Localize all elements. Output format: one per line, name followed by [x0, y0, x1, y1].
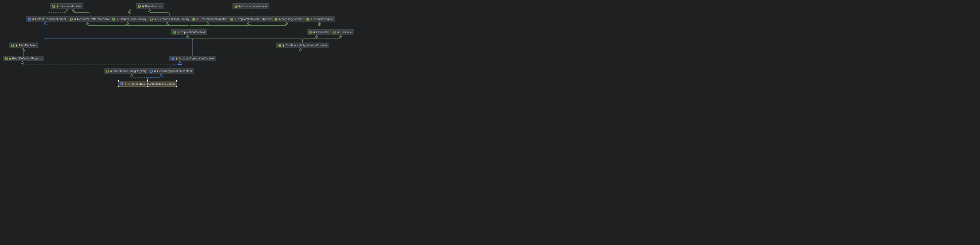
type-node-ResourceLoader[interactable]: I🔒ResourceLoader — [50, 3, 83, 9]
edge — [45, 22, 193, 55]
selection-handle[interactable] — [147, 86, 148, 87]
class-icon: C — [150, 70, 153, 73]
edge — [150, 9, 170, 16]
type-node-AliasRegistry[interactable]: I🔒AliasRegistry — [9, 43, 38, 48]
type-node-ListableBeanFactory[interactable]: I🔒ListableBeanFactory — [110, 16, 148, 22]
type-label: ApplicationEventPublisher — [238, 17, 272, 21]
type-label: EnvironmentCapable — [200, 17, 227, 21]
edge — [303, 35, 340, 43]
edge — [318, 22, 320, 29]
type-label: MessageSource — [282, 17, 303, 21]
type-node-GenericApplicationContext[interactable]: C🔒GenericApplicationContext — [148, 68, 194, 74]
type-node-AbstractApplicationContext[interactable]: C🔒AbstractApplicationContext — [169, 55, 216, 61]
type-node-BeanDefinitionRegistry[interactable]: I🔒BeanDefinitionRegistry — [3, 55, 44, 61]
interface-icon: I — [52, 5, 55, 8]
type-label: FunctionalInterface — [242, 5, 267, 8]
lock-icon: 🔒 — [234, 18, 237, 20]
lock-icon: 🔒 — [313, 31, 315, 33]
selection-handle[interactable] — [147, 80, 148, 82]
class-icon: C — [171, 57, 175, 60]
lock-icon: 🔒 — [282, 44, 285, 47]
edge — [129, 9, 131, 16]
interface-icon: I — [192, 17, 196, 21]
interface-icon: I — [173, 31, 176, 34]
type-node-FunctionalInterface[interactable]: @🔒FunctionalInterface — [232, 3, 269, 9]
type-node-MessageSource[interactable]: I🔒MessageSource — [272, 16, 305, 22]
edge — [73, 9, 90, 16]
interface-icon: I — [309, 31, 312, 34]
lock-icon: 🔒 — [56, 5, 59, 8]
lock-icon: 🔒 — [15, 44, 18, 47]
type-label: AnnotationConfigRegistry — [113, 70, 146, 73]
type-node-Lifecycle[interactable]: I🔒Lifecycle — [331, 29, 354, 35]
edge — [189, 22, 286, 29]
type-label: BeanFactory — [145, 5, 162, 8]
type-node-ConfigurableApplicationContext[interactable]: I🔒ConfigurableApplicationContext — [276, 43, 329, 48]
edge — [188, 35, 303, 43]
type-node-AnnotationConfigRegistry[interactable]: I🔒AnnotationConfigRegistry — [104, 68, 148, 74]
type-label: AliasRegistry — [19, 44, 36, 47]
selection-handle[interactable] — [176, 86, 177, 87]
lock-icon: 🔒 — [154, 70, 156, 72]
type-node-AutoCloseable[interactable]: I🔒AutoCloseable — [304, 16, 335, 22]
interface-icon: I — [230, 17, 233, 21]
lock-icon: 🔒 — [124, 83, 127, 85]
type-node-ResourcePatternResolver[interactable]: I🔒ResourcePatternResolver — [68, 16, 113, 22]
type-node-HierarchicalBeanFactory[interactable]: I🔒HierarchicalBeanFactory — [148, 16, 191, 22]
edge — [47, 9, 67, 16]
type-label: GenericApplicationContext — [157, 70, 192, 73]
uml-canvas[interactable]: I🔒ResourceLoaderI🔒BeanFactory@🔒Functiona… — [0, 0, 354, 90]
interface-icon: I — [274, 17, 278, 21]
class-icon: C — [28, 17, 31, 21]
edge — [148, 74, 161, 81]
type-node-Closeable[interactable]: I🔒Closeable — [307, 29, 331, 35]
selection-handle[interactable] — [118, 80, 119, 82]
type-label: AbstractApplicationContext — [179, 57, 214, 60]
type-label: ListableBeanFactory — [119, 17, 146, 21]
edge — [132, 74, 148, 81]
type-node-EnvironmentCapable[interactable]: I🔒EnvironmentCapable — [190, 16, 229, 22]
interface-icon: I — [278, 44, 282, 47]
interface-icon: I — [106, 70, 109, 73]
type-label: HierarchicalBeanFactory — [158, 17, 189, 21]
selection-handle[interactable] — [176, 80, 177, 82]
edge — [171, 61, 180, 68]
type-label: AutoCloseable — [314, 17, 333, 21]
type-label: Closeable — [316, 30, 329, 34]
interface-icon: I — [306, 17, 309, 21]
interface-icon: I — [70, 17, 73, 21]
interface-icon: I — [5, 57, 8, 60]
lock-icon: 🔒 — [337, 31, 339, 33]
lock-icon: 🔒 — [196, 18, 199, 20]
lock-icon: 🔒 — [175, 57, 178, 60]
type-label: ApplicationContext — [181, 30, 205, 34]
lock-icon: 🔒 — [310, 18, 313, 20]
interface-icon: I — [112, 17, 115, 21]
type-label: BeanDefinitionRegistry — [12, 57, 42, 60]
lock-icon: 🔒 — [9, 57, 11, 60]
edge — [167, 22, 189, 29]
interface-icon: I — [150, 17, 153, 21]
lock-icon: 🔒 — [32, 18, 34, 20]
type-node-DefaultResourceLoader[interactable]: C🔒DefaultResourceLoader — [26, 16, 68, 22]
type-label: ResourcePatternResolver — [77, 17, 111, 21]
type-label: ConfigurableApplicationContext — [286, 44, 327, 47]
type-label: ResourceLoader — [60, 5, 81, 8]
lock-icon: 🔒 — [154, 18, 156, 20]
lock-icon: 🔒 — [142, 5, 144, 8]
edge — [22, 61, 171, 68]
type-label: Lifecycle — [340, 30, 352, 34]
interface-icon: I — [333, 31, 336, 34]
lock-icon: 🔒 — [239, 5, 241, 8]
edge — [193, 48, 301, 55]
type-label: DefaultResourceLoader — [35, 17, 66, 21]
interface-icon: I — [11, 44, 14, 47]
class-icon: C — [120, 82, 124, 85]
type-node-ApplicationContext[interactable]: I🔒ApplicationContext — [171, 29, 207, 35]
lock-icon: 🔒 — [74, 18, 76, 20]
edge — [250, 9, 252, 16]
type-node-ApplicationEventPublisher[interactable]: I🔒ApplicationEventPublisher — [228, 16, 274, 22]
type-label: AnnotationConfigApplicationContext — [128, 82, 175, 85]
selection-handle[interactable] — [118, 86, 119, 87]
type-node-BeanFactory[interactable]: I🔒BeanFactory — [136, 3, 164, 9]
